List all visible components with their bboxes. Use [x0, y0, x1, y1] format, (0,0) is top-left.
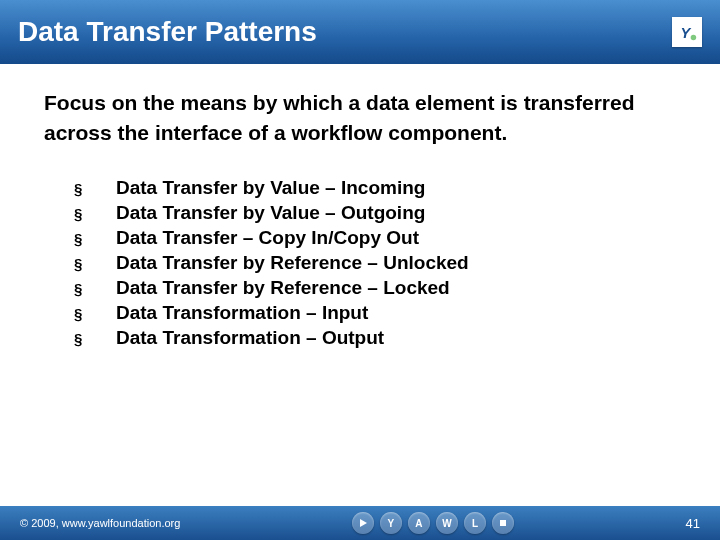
- footer-letter: W: [436, 512, 458, 534]
- list-item: § Data Transformation – Output: [74, 327, 676, 349]
- stop-icon: [492, 512, 514, 534]
- footer-letter: L: [464, 512, 486, 534]
- slide-header: Data Transfer Patterns Y: [0, 0, 720, 64]
- bullet-text: Data Transfer by Reference – Locked: [116, 277, 450, 299]
- slide-body: Focus on the means by which a data eleme…: [0, 64, 720, 349]
- list-item: § Data Transfer by Reference – Locked: [74, 277, 676, 299]
- bullet-text: Data Transfer – Copy In/Copy Out: [116, 227, 419, 249]
- bullet-marker-icon: §: [74, 205, 116, 222]
- list-item: § Data Transfer by Reference – Unlocked: [74, 252, 676, 274]
- bullet-marker-icon: §: [74, 305, 116, 322]
- bullet-text: Data Transformation – Output: [116, 327, 384, 349]
- bullet-text: Data Transfer by Reference – Unlocked: [116, 252, 469, 274]
- bullet-text: Data Transfer by Value – Outgoing: [116, 202, 425, 224]
- svg-rect-2: [500, 520, 506, 526]
- svg-point-1: [691, 35, 697, 41]
- bullet-marker-icon: §: [74, 255, 116, 272]
- footer-letter: A: [408, 512, 430, 534]
- bullet-list: § Data Transfer by Value – Incoming § Da…: [44, 177, 676, 349]
- bullet-text: Data Transfer by Value – Incoming: [116, 177, 425, 199]
- bullet-marker-icon: §: [74, 280, 116, 297]
- list-item: § Data Transfer – Copy In/Copy Out: [74, 227, 676, 249]
- yawl-logo-icon: Y: [672, 17, 702, 47]
- page-number: 41: [686, 516, 700, 531]
- copyright-text: © 2009, www.yawlfoundation.org: [20, 517, 180, 529]
- svg-text:Y: Y: [681, 25, 692, 41]
- slide: Data Transfer Patterns Y Focus on the me…: [0, 0, 720, 540]
- bullet-marker-icon: §: [74, 180, 116, 197]
- slide-title: Data Transfer Patterns: [18, 16, 317, 48]
- list-item: § Data Transfer by Value – Incoming: [74, 177, 676, 199]
- play-icon: [352, 512, 374, 534]
- footer-logo-row: Y A W L: [180, 512, 685, 534]
- intro-text: Focus on the means by which a data eleme…: [44, 88, 676, 149]
- bullet-text: Data Transformation – Input: [116, 302, 368, 324]
- list-item: § Data Transfer by Value – Outgoing: [74, 202, 676, 224]
- slide-footer: © 2009, www.yawlfoundation.org Y A W L 4…: [0, 506, 720, 540]
- bullet-marker-icon: §: [74, 230, 116, 247]
- bullet-marker-icon: §: [74, 330, 116, 347]
- list-item: § Data Transformation – Input: [74, 302, 676, 324]
- footer-letter: Y: [380, 512, 402, 534]
